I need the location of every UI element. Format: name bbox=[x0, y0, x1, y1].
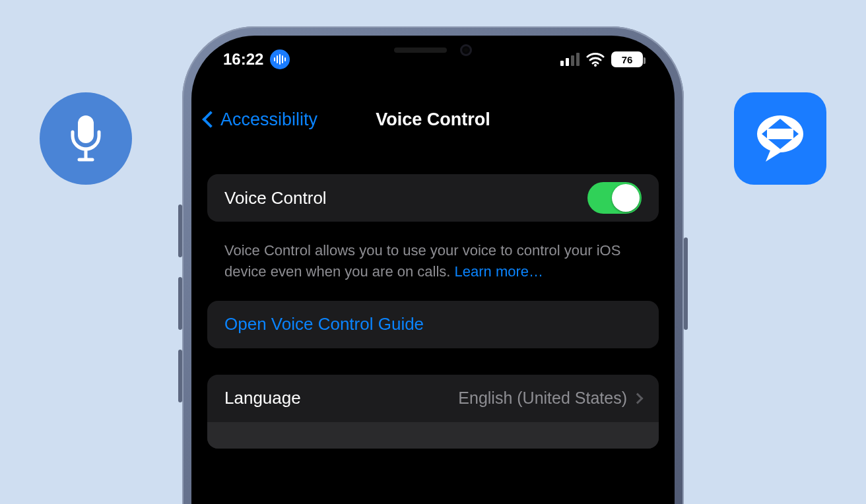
toggle-knob bbox=[612, 184, 640, 212]
cellular-signal-icon bbox=[560, 53, 580, 66]
chevron-right-icon bbox=[632, 393, 644, 404]
microphone-icon bbox=[66, 112, 106, 165]
language-value: English (United States) bbox=[458, 389, 627, 408]
svg-rect-5 bbox=[767, 129, 793, 139]
learn-more-link[interactable]: Learn more… bbox=[455, 263, 544, 280]
voice-control-toggle-group: Voice Control bbox=[207, 174, 659, 222]
svg-point-6 bbox=[594, 64, 597, 67]
microphone-circle bbox=[40, 92, 132, 185]
battery-level: 76 bbox=[622, 54, 633, 65]
voice-control-description: Voice Control allows you to use your voi… bbox=[224, 242, 620, 280]
guide-group: Open Voice Control Guide bbox=[207, 301, 659, 348]
wifi-icon bbox=[586, 52, 605, 67]
voice-control-footer: Voice Control allows you to use your voi… bbox=[207, 234, 659, 301]
open-guide-label: Open Voice Control Guide bbox=[224, 314, 424, 334]
language-row[interactable]: Language English (United States) bbox=[207, 375, 659, 422]
status-time: 16:22 bbox=[223, 50, 263, 69]
battery-indicator: 76 bbox=[611, 51, 643, 67]
chevron-left-icon bbox=[202, 111, 218, 127]
settings-content: Voice Control Voice Control allows you t… bbox=[191, 161, 675, 504]
voice-control-toggle-row[interactable]: Voice Control bbox=[207, 174, 659, 222]
next-row-placeholder[interactable] bbox=[207, 422, 659, 449]
speaker-grille bbox=[394, 47, 447, 53]
microphone-badge bbox=[40, 92, 132, 185]
nav-bar: Accessibility Voice Control bbox=[191, 96, 675, 142]
page-title: Voice Control bbox=[376, 110, 490, 130]
svg-rect-0 bbox=[78, 115, 94, 143]
back-label: Accessibility bbox=[220, 110, 317, 130]
language-label: Language bbox=[224, 388, 301, 408]
iphone-screen: 16:22 76 bbox=[191, 36, 675, 504]
voice-control-app-icon bbox=[747, 106, 813, 172]
voice-control-app-square bbox=[734, 92, 826, 185]
notch bbox=[347, 36, 519, 65]
voice-control-toggle[interactable] bbox=[587, 182, 642, 214]
iphone-frame: 16:22 76 bbox=[182, 26, 684, 504]
voice-control-active-indicator[interactable] bbox=[270, 49, 290, 69]
front-camera bbox=[460, 44, 472, 56]
language-group: Language English (United States) bbox=[207, 375, 659, 449]
voice-control-label: Voice Control bbox=[224, 188, 327, 208]
voice-control-app-badge bbox=[734, 92, 826, 185]
open-voice-control-guide-row[interactable]: Open Voice Control Guide bbox=[207, 301, 659, 348]
back-button[interactable]: Accessibility bbox=[205, 110, 317, 130]
